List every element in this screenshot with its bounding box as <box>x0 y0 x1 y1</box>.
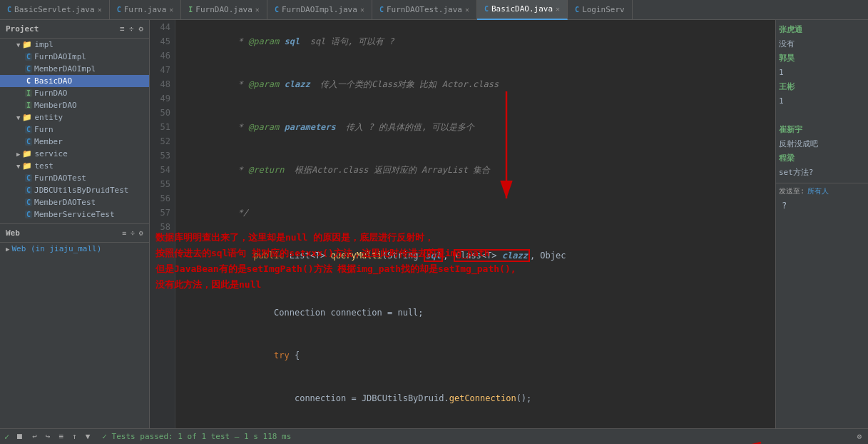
project-panel: Project ≡ ÷ ⚙ ▼ 📁 impl C FurnDAOImpl C M… <box>0 20 150 428</box>
rerun-btn[interactable]: ↩ <box>30 432 39 441</box>
line-numbers: 44 45 46 47 48 49 50 51 52 53 54 55 56 5… <box>150 20 175 428</box>
interface-icon: I <box>25 89 32 97</box>
code-line-54: return qr.query(connection, sql, new Bea… <box>181 420 775 428</box>
close-icon2[interactable]: ✕ <box>169 6 173 14</box>
chat-msg-7 <box>779 109 865 123</box>
tree-label-memberdaoimpl: MemberDAOImpl <box>34 64 96 74</box>
tab-icon-c4: C <box>379 6 384 14</box>
code-editor: 44 45 46 47 48 49 50 51 52 53 54 55 56 5… <box>150 20 775 428</box>
chat-msg-3: 郭昊 <box>779 51 865 66</box>
tree-label-service: service <box>34 149 67 158</box>
tab-label-furndao: FurnDAO.java <box>195 5 252 14</box>
send-label: 发送至: <box>779 186 805 196</box>
tab-icon-c3: C <box>275 6 279 14</box>
tree-item-memberdao[interactable]: I MemberDAO <box>0 99 149 111</box>
class-icon8: C <box>25 198 32 206</box>
tree-label-entity: entity <box>34 113 63 122</box>
tree-item-basicdao[interactable]: C BasicDAO <box>0 75 149 87</box>
tab-icon-c6: C <box>575 6 579 14</box>
code-line-48: */ <box>181 191 775 234</box>
tree-item-service[interactable]: ▶ 📁 service <box>0 148 149 160</box>
web-toolbar: ≡ ÷ ⚙ <box>122 229 143 237</box>
run-all-btn[interactable]: ↪ <box>44 432 53 441</box>
close-icon6[interactable]: ✕ <box>556 5 560 13</box>
chat-panel: 张虎通 没有 郭昊 1 王彬 1 崔新宇 反射没成吧 程梁 set方法? 发送至… <box>775 20 868 428</box>
chat-messages: 张虎通 没有 郭昊 1 王彬 1 崔新宇 反射没成吧 程梁 set方法? <box>776 20 868 183</box>
close-icon5[interactable]: ✕ <box>465 6 469 14</box>
chat-msg-4: 1 <box>779 66 865 80</box>
tab-furndao[interactable]: I FurnDAO.java ✕ <box>181 0 267 20</box>
tree-item-memberservicetest[interactable]: C MemberServiceTest <box>0 208 149 221</box>
tab-label-basicdao: BasicDAO.java <box>491 4 553 14</box>
tree-label-member: Member <box>34 137 63 146</box>
web-label-jiaju: Web (in jiaju_mall) <box>11 244 101 253</box>
tree-label-furndao: FurnDAO <box>34 89 67 98</box>
code-line-51: Connection connection = null; <box>181 291 775 334</box>
gear-icon[interactable]: ⚙ <box>854 432 864 441</box>
close-icon4[interactable]: ✕ <box>360 6 364 14</box>
tree-item-furn[interactable]: C Furn <box>0 123 149 136</box>
class-icon: C <box>25 53 32 61</box>
code-line-53: connection = JDBCUtilsByDruid.getConnect… <box>181 377 775 420</box>
class-icon5: C <box>25 138 32 146</box>
web-item-jiaju[interactable]: ▶ Web (in jiaju_mall) <box>0 243 149 255</box>
tab-label-furndaoimpl: FurnDAOImpl.java <box>282 5 357 14</box>
tree-label-furn: Furn <box>34 125 53 134</box>
tree-item-furndao[interactable]: I FurnDAO <box>0 87 149 99</box>
code-line-45: * @param clazz 传入一个类的Class对象 比如 Actor.cl… <box>181 63 775 106</box>
chat-msg-1: 张虎通 <box>779 23 865 37</box>
bottom-panel: ✓ ⏹ ↩ ↪ ≡ ↑ ▼ ✓ Tests passed: 1 of 1 tes… <box>0 428 868 444</box>
close-icon3[interactable]: ✕ <box>255 6 260 14</box>
class-icon6: C <box>25 174 32 182</box>
chat-question: ? <box>776 199 868 212</box>
chat-msg-10: 程梁 <box>779 151 865 166</box>
code-line-49: public List<T> queryMulti(String sql, Cl… <box>181 234 775 277</box>
class-icon3: C <box>25 77 32 85</box>
send-to-value[interactable]: 所有人 <box>807 186 829 196</box>
chat-msg-5: 王彬 <box>779 80 865 94</box>
folder-icon: 📁 <box>22 40 32 49</box>
tree-label-furndaoimpl: FurnDAOImpl <box>34 52 86 61</box>
code-line-47: * @return 根据Actor.class 返回对应的 ArrayList … <box>181 148 775 191</box>
class-icon9: C <box>25 211 32 218</box>
tree-item-test[interactable]: ▼ 📁 test <box>0 160 149 172</box>
code-line-46: * @param parameters 传入 ? 的具体的值, 可以是多个 <box>181 106 775 148</box>
close-icon[interactable]: ✕ <box>98 6 102 14</box>
chat-msg-6: 1 <box>779 94 865 109</box>
tree-label-impl: impl <box>34 40 53 49</box>
stop-btn[interactable]: ⏹ <box>14 432 26 441</box>
tree-label-memberservicetest: MemberServiceTest <box>34 210 115 219</box>
filter-btn[interactable]: ≡ <box>56 432 66 441</box>
tab-icon-c2: C <box>117 6 121 14</box>
tab-furndaotest[interactable]: C FurnDAOTest.java ✕ <box>372 0 477 20</box>
test-status: ✓ Tests passed: 1 of 1 test – 1 s 118 ms <box>102 432 291 441</box>
tab-furn[interactable]: C Furn.java ✕ <box>110 0 182 20</box>
tab-icon-c: C <box>7 6 11 14</box>
folder-icon4: 📁 <box>22 161 32 171</box>
sort-btn[interactable]: ↑ <box>70 432 79 441</box>
project-label: Project <box>6 24 39 34</box>
tab-label-furndaotest: FurnDAOTest.java <box>387 5 462 14</box>
chat-msg-11: set方法? <box>779 166 865 180</box>
expand-btn[interactable]: ▼ <box>83 432 93 441</box>
project-panel-header: Project ≡ ÷ ⚙ <box>0 20 149 39</box>
tree-item-impl[interactable]: ▼ 📁 impl <box>0 39 149 51</box>
class-icon4: C <box>25 126 32 133</box>
tree-item-entity[interactable]: ▼ 📁 entity <box>0 111 149 123</box>
web-panel-header: Web ≡ ÷ ⚙ <box>0 224 149 243</box>
project-toolbar: ≡ ÷ ⚙ <box>120 24 143 34</box>
tree-item-memberdaotest[interactable]: C MemberDAOTest <box>0 196 149 208</box>
tab-basicservlet[interactable]: C BasicServlet.java ✕ <box>0 0 110 20</box>
tree-item-furndaoimpl[interactable]: C FurnDAOImpl <box>0 51 149 63</box>
tab-label-loginserv: LoginServ <box>582 5 625 14</box>
tree-item-furndaotest[interactable]: C FurnDAOTest <box>0 172 149 184</box>
tree-item-member[interactable]: C Member <box>0 136 149 148</box>
chat-msg-8: 崔新宇 <box>779 123 865 137</box>
tree-label-furndaotest: FurnDAOTest <box>34 173 86 183</box>
tree-item-memberdaoimpl[interactable]: C MemberDAOImpl <box>0 63 149 75</box>
tab-basicdao[interactable]: C BasicDAO.java ✕ <box>477 0 568 20</box>
tab-label-furn: Furn.java <box>124 5 167 14</box>
tab-furndaoimpl[interactable]: C FurnDAOImpl.java ✕ <box>267 0 372 20</box>
tab-loginserv[interactable]: C LoginServ <box>568 0 633 20</box>
tree-item-jdbcutils[interactable]: C JDBCUtilsByDruidTest <box>0 184 149 196</box>
